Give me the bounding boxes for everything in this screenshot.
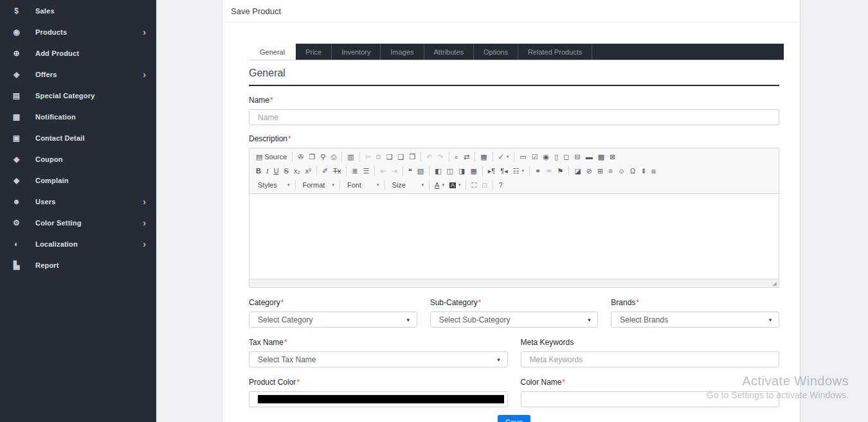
strikethrough-icon[interactable]: S [282,164,291,177]
sidebar-item-contact-detail[interactable]: ▣ Contact Detail [0,127,156,148]
save-button[interactable]: Save [498,415,530,422]
copy-formatting-icon[interactable]: ✐ [320,164,330,177]
image-button-icon[interactable]: ▩ [595,150,607,163]
link-icon[interactable]: ⚭ [532,164,543,177]
text-field-icon[interactable]: ▯ [552,150,561,163]
italic-icon[interactable]: I [264,164,271,177]
category-select[interactable]: Select Category ▼ [249,312,417,328]
sidebar-item-complain[interactable]: ◆ Complain [0,170,156,191]
paste-text-icon[interactable]: ❑ [395,150,407,163]
remove-format-icon[interactable]: Tx [330,164,343,177]
align-center-icon[interactable]: ◫ [444,164,456,177]
blockquote-icon[interactable]: ❝ [406,164,415,177]
sidebar-item-products[interactable]: ◉ Products › [0,21,156,42]
tab-general[interactable]: General [249,44,296,60]
unlink-icon[interactable]: ⚮ [543,164,554,177]
flash-icon[interactable]: ⊘ [584,164,595,177]
font-dropdown[interactable]: Font ▾ [343,179,382,191]
color-name-input[interactable] [521,391,780,407]
sidebar-item-report[interactable]: ▙ Report [0,254,156,276]
icon-glyph: ▸¶ [488,168,495,175]
horizontal-rule-icon[interactable]: ≡ [606,164,615,177]
about-icon[interactable]: ? [496,179,505,191]
sidebar-item-localization[interactable]: ◐ Localization › [0,233,156,254]
bold-icon[interactable]: B [253,164,264,177]
copy-icon[interactable]: ⧉ [374,150,384,163]
styles-dropdown[interactable]: Styles ▾ [253,179,293,191]
div-container-icon[interactable]: ▧ [415,164,426,177]
sidebar-item-color-setting[interactable]: ⚙ Color Setting › [0,212,156,233]
sidebar-item-notification[interactable]: ▦ Notification [0,106,156,127]
size-dropdown[interactable]: Size ▾ [388,179,427,191]
tab-inventory[interactable]: Inventory [332,44,381,60]
image-icon[interactable]: ◪ [572,164,583,177]
tax-name-select[interactable]: Select Tax Name ▼ [249,351,508,367]
button-icon[interactable]: ▬ [583,150,595,163]
smiley-icon[interactable]: ☺ [615,164,628,177]
sidebar-item-sales[interactable]: $ Sales [0,0,156,21]
tab-attributes[interactable]: Attributes [424,44,474,60]
new-page-icon[interactable]: ❐ [306,150,318,163]
subscript-icon[interactable]: x₂ [291,164,303,177]
redo-icon[interactable]: ↷ [435,150,446,163]
product-color-input[interactable] [249,391,508,407]
sidebar-item-special-category[interactable]: ▤ Special Category [0,85,156,106]
resize-handle-icon[interactable]: ◢ [773,281,777,287]
checkbox-icon[interactable]: ☑ [529,150,541,163]
undo-icon[interactable]: ↶ [424,150,435,163]
page-break-icon[interactable]: ⇟ [638,164,649,177]
print-icon[interactable]: ⎙ [328,150,339,163]
save-icon[interactable]: ✇ [295,150,306,163]
sidebar-item-coupon[interactable]: ◆ Coupon [0,148,156,170]
select-field-icon[interactable]: ⊟ [572,150,583,163]
show-blocks-icon[interactable]: ⊡ [479,179,490,191]
source-button[interactable]: ▤ Source [253,150,289,163]
select-all-icon[interactable]: ▦ [478,150,489,163]
text-direction-rtl-icon[interactable]: ¶◂ [498,164,510,177]
name-input[interactable] [249,109,779,125]
align-right-icon[interactable]: ◨ [456,164,467,177]
maximize-icon[interactable]: ⛶ [469,179,479,191]
decrease-indent-icon[interactable]: ⇤ [377,164,388,177]
increase-indent-icon[interactable]: ⇥ [389,164,400,177]
form-icon[interactable]: ▭ [517,150,529,163]
numbered-list-icon[interactable]: ≣ [349,164,360,177]
table-icon[interactable]: ⊞ [595,164,606,177]
underline-icon[interactable]: U [271,164,282,177]
tab-related-products[interactable]: Related Products [518,44,592,60]
spellcheck-icon[interactable]: ✓ ▾ [496,150,512,163]
sidebar-item-add-product[interactable]: ⊕ Add Product [0,42,156,64]
find-icon[interactable]: ⌕ [452,150,461,163]
textarea-icon[interactable]: ◻ [561,150,572,163]
preview-icon[interactable]: ⚲ [318,150,328,163]
templates-icon[interactable]: ▥ [345,150,356,163]
tab-price[interactable]: Price [296,44,332,60]
brands-select[interactable]: Select Brands ▼ [611,312,779,328]
background-color-icon[interactable]: A ▾ [447,179,464,191]
radio-icon[interactable]: ◉ [541,150,552,163]
anchor-icon[interactable]: ⚑ [555,164,566,177]
cut-icon[interactable]: ✄ [363,150,374,163]
tab-options[interactable]: Options [474,44,518,60]
replace-icon[interactable]: ⇄ [461,150,472,163]
format-dropdown[interactable]: Format ▾ [298,179,338,191]
text-color-icon[interactable]: A ▾ [432,179,447,191]
tab-images[interactable]: Images [381,44,424,60]
justify-icon[interactable]: ▦ [467,164,479,177]
tax-name-label: Tax Name* [249,338,508,347]
paste-word-icon[interactable]: ❒ [406,150,418,163]
paste-icon[interactable]: ❏ [384,150,395,163]
hidden-field-icon[interactable]: ⊠ [607,150,618,163]
sidebar-item-offers[interactable]: ◈ Offers › [0,64,156,85]
description-editor-body[interactable] [249,194,779,279]
bulleted-list-icon[interactable]: ☰ [361,164,372,177]
text-direction-ltr-icon[interactable]: ▸¶ [485,164,498,177]
superscript-icon[interactable]: x² [303,164,314,177]
sub-category-select[interactable]: Select Sub-Category ▼ [430,312,599,328]
special-character-icon[interactable]: Ω [628,164,638,177]
sidebar-item-users[interactable]: ☻ Users › [0,191,156,212]
align-left-icon[interactable]: ◧ [432,164,444,177]
meta-keywords-input[interactable] [521,351,780,367]
iframe-icon[interactable]: ⧈ [649,164,658,177]
language-icon[interactable]: ☷ ▾ [511,164,527,177]
